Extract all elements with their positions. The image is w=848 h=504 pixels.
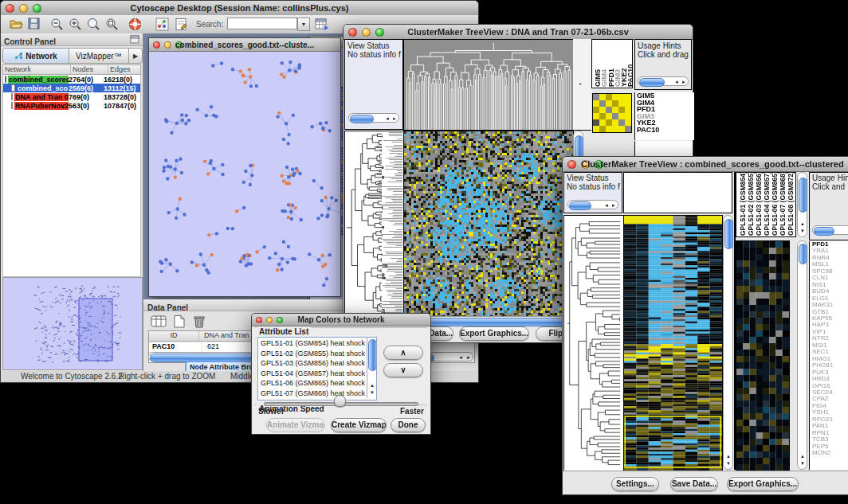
scroll-left-arrow[interactable]: ◄ [385, 115, 390, 123]
attribute-list-item[interactable]: GPL51-03 (GSM856) heat shock 15 min [261, 358, 376, 369]
scroll-right-arrow[interactable]: ► [466, 354, 471, 361]
cluster-matrix-cell[interactable] [593, 126, 599, 132]
scroll-right-arrow[interactable]: ► [392, 115, 397, 123]
network-frame-combined[interactable]: combined_scores_good.txt--cluste... [148, 37, 341, 297]
treeview1-row-dendrogram[interactable] [344, 131, 404, 317]
cluster-matrix-cell[interactable] [625, 119, 631, 126]
cluster-matrix-cell[interactable] [612, 113, 618, 119]
column-header-network[interactable]: Network [3, 65, 71, 74]
scroll-right-arrow[interactable]: ► [681, 78, 686, 86]
network-name-cell[interactable]: DNA and Tran 07 [3, 92, 69, 101]
treeview1-column-label[interactable]: PAC10 [626, 41, 633, 87]
treeview2-labels-vscrollbar[interactable]: ▲ ▼ [797, 172, 807, 237]
network-overview-thumbnail[interactable] [2, 277, 143, 370]
treeview1-column-dendrogram[interactable] [403, 39, 574, 131]
treeview2-heatmap[interactable] [623, 215, 723, 471]
treeview1-title-bar[interactable]: ClusterMaker TreeView : DNA and Tran 07-… [344, 25, 693, 40]
cluster-matrix-cell[interactable] [593, 119, 599, 126]
scroll-left-arrow[interactable]: ◄ [674, 78, 679, 86]
delete-attribute-icon[interactable] [192, 315, 206, 329]
animate-vizmap-button[interactable]: Animate Vizmap [266, 418, 325, 432]
network-name-cell[interactable]: combined_sco [3, 84, 69, 92]
animation-speed-slider[interactable] [264, 393, 418, 404]
main-title-bar[interactable]: Cytoscape Desktop (Session Name: collins… [1, 1, 478, 16]
slider-thumb[interactable] [334, 395, 346, 407]
cluster-matrix-cell[interactable] [599, 100, 606, 107]
export-graphics-button[interactable]: Export Graphics... [727, 477, 799, 491]
tab-vizmapper[interactable]: VizMapper™ [69, 49, 128, 63]
treeview2-heatmap-vscrollbar[interactable]: ▲ ▼ [723, 215, 733, 470]
treeview2-zoom-vscrollbar[interactable]: ▲ ▼ [797, 240, 807, 470]
network-list-row[interactable]: combined_sco2569(6)13112(15) [2, 84, 141, 92]
cluster-matrix-cell[interactable] [618, 119, 625, 126]
treeview1-heatmap[interactable] [403, 131, 574, 317]
scroll-down-arrow[interactable]: ▼ [726, 459, 731, 467]
network-list-row[interactable]: combined_scores2764(0)16218(0) [2, 75, 141, 84]
cluster-matrix-cell[interactable] [618, 113, 625, 119]
data-column-id[interactable]: ID [149, 331, 199, 341]
cluster-matrix-cell[interactable] [599, 94, 606, 100]
treeview2-gene-label[interactable]: MON2 [812, 450, 848, 456]
usage-hints-hscrollbar[interactable]: ◄ ► [638, 76, 689, 86]
cluster-matrix-cell[interactable] [625, 126, 631, 132]
create-vizmap-button[interactable]: Create Vizmap [331, 418, 387, 432]
cluster-matrix-cell[interactable] [599, 119, 606, 126]
cluster-matrix-cell[interactable] [606, 100, 612, 107]
zoom-out-icon[interactable] [50, 18, 64, 31]
treeview2-row-dendrogram[interactable] [563, 215, 624, 471]
treeview1-zoom-gene-label[interactable]: PAC10 [637, 127, 694, 134]
search-input[interactable] [227, 18, 297, 29]
treeview2-column-dendrogram-area[interactable] [623, 172, 732, 213]
attribute-list-item[interactable]: GPL51-04 (GSM857) heat shock 20 min [261, 369, 376, 379]
scroll-right-arrow[interactable]: ► [611, 201, 616, 209]
attribute-list-vscrollbar[interactable]: ▲ ▼ [367, 338, 376, 398]
scroll-left-arrow[interactable]: ◄ [458, 354, 463, 361]
treeview2-column-label[interactable]: GPL51-01 (GSM854) [739, 173, 747, 236]
treeview1-column-label[interactable]: GIM4 [600, 41, 607, 87]
network-list-row[interactable]: RNAPuberNov2+563(0)107847(0) [2, 101, 141, 110]
zoom-selected-icon[interactable] [105, 18, 119, 31]
treeview2-column-label[interactable]: GPL51-02 (GSM855) [747, 173, 755, 236]
treeview1-column-label[interactable]: PFD1 [607, 41, 614, 87]
treeview2-column-label[interactable]: GPL51-04 (GSM857) [763, 173, 771, 236]
open-session-icon[interactable] [9, 18, 23, 30]
cluster-matrix-cell[interactable] [606, 107, 612, 113]
dialog-title-bar[interactable]: Map Colors to Network [252, 314, 430, 326]
cluster-matrix-cell[interactable] [606, 113, 612, 119]
cluster-matrix-cell[interactable] [618, 126, 625, 132]
cluster-matrix-cell[interactable] [618, 94, 625, 100]
treeview2-column-label[interactable]: GPL51-07 (GSM868) [779, 173, 787, 236]
treeview2-column-label[interactable]: GPL51-08 (GSM872) [787, 173, 795, 236]
done-button[interactable]: Done [391, 418, 426, 432]
cluster-matrix-cell[interactable] [593, 113, 599, 119]
move-attribute-up-button[interactable]: ∧ [383, 346, 423, 360]
settings-button[interactable]: Settings... [611, 477, 659, 491]
network-graph-view[interactable] [149, 52, 339, 295]
cluster-matrix-cell[interactable] [612, 126, 618, 132]
cluster-matrix-cell[interactable] [625, 94, 631, 100]
attribute-list-item[interactable]: GPL51-01 (GSM854) heat shock 05 min [261, 338, 376, 349]
scroll-left-arrow[interactable]: ◄ [604, 201, 609, 209]
tab-overflow-button[interactable]: ▶ [128, 49, 142, 63]
attribute-list-item[interactable]: GPL51-06 (GSM865) heat shock 40 min [261, 378, 376, 389]
annotation-icon[interactable] [175, 18, 188, 31]
save-session-icon[interactable] [28, 18, 41, 30]
treeview1-zoom-heatmap[interactable] [592, 93, 632, 133]
cluster-matrix-cell[interactable] [618, 107, 625, 113]
cluster-matrix-cell[interactable] [606, 126, 612, 132]
new-attribute-icon[interactable] [172, 315, 186, 329]
usage-hints-hscrollbar[interactable] [812, 225, 848, 235]
cluster-matrix-cell[interactable] [612, 107, 618, 113]
cluster-matrix-cell[interactable] [593, 100, 599, 107]
float-panel-icon[interactable] [130, 35, 139, 44]
cluster-matrix-cell[interactable] [625, 113, 631, 119]
save-data-button[interactable]: Save Data... [670, 477, 718, 491]
attribute-list-item[interactable]: GPL51-02 (GSM855) heat shock 10 min [261, 349, 376, 359]
vizmapper-icon[interactable] [155, 18, 169, 31]
cluster-matrix-cell[interactable] [625, 107, 631, 113]
cluster-matrix-cell[interactable] [625, 100, 631, 107]
treeview2-column-label[interactable]: GPL51-06 (GSM865) [771, 173, 779, 236]
cluster-matrix-cell[interactable] [599, 113, 606, 119]
cluster-matrix-cell[interactable] [612, 100, 618, 107]
scroll-down-arrow[interactable]: ▼ [800, 459, 805, 467]
